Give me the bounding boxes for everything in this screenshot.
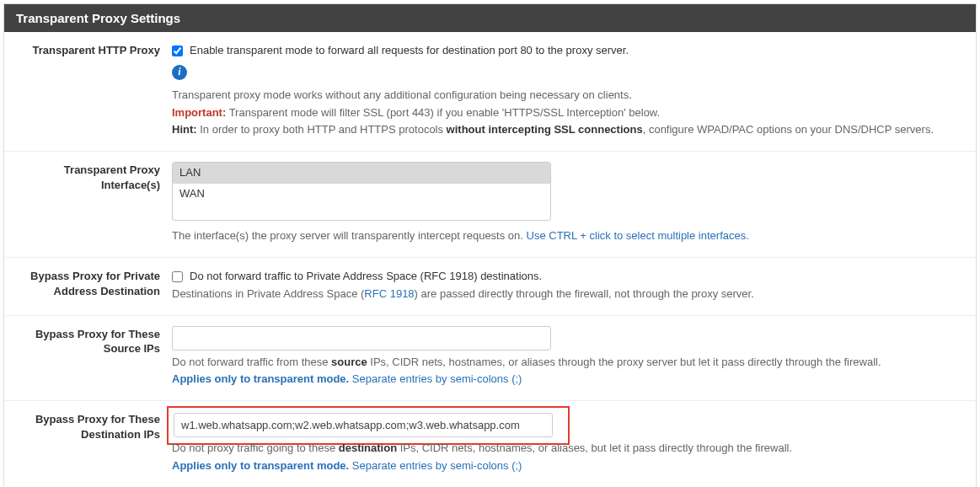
bd-d3: Separate entries by semi-colons (;) <box>349 459 522 472</box>
bypass-source-input[interactable] <box>172 326 551 351</box>
label-bypass-private: Bypass Proxy for Private Address Destina… <box>16 268 172 303</box>
rfc1918-link[interactable]: RFC 1918 <box>364 287 414 300</box>
bypass-dest-input[interactable] <box>174 413 553 437</box>
ctl-bypass-private: Do not forward traffic to Private Addres… <box>172 268 964 303</box>
bs-d2: IPs, CIDR nets, hostnames, or aliases th… <box>367 356 881 368</box>
enable-transparent-label: Enable transparent mode to forward all r… <box>190 42 629 60</box>
panel-title: Transparent Proxy Settings <box>4 4 976 32</box>
important-label: Important: <box>172 106 226 119</box>
ctl-bypass-dest: Do not proxy traffic going to these dest… <box>172 411 964 475</box>
row-interfaces: Transparent Proxy Interface(s) LAN WAN T… <box>4 152 976 258</box>
bs-bold: source <box>331 356 367 368</box>
important-text: Transparent mode will filter SSL (port 4… <box>226 106 660 119</box>
hint-bold: without intercepting SSL connections <box>447 123 643 136</box>
bypass-private-checkbox[interactable] <box>172 271 183 282</box>
row-bypass-source: Bypass Proxy for These Source IPs Do not… <box>4 316 976 402</box>
row-bypass-dest: Bypass Proxy for These Destination IPs D… <box>4 401 976 487</box>
hint-label: Hint: <box>172 123 197 136</box>
interface-option-lan[interactable]: LAN <box>173 163 550 184</box>
bypass-private-checkbox-line[interactable]: Do not forward traffic to Private Addres… <box>172 268 964 286</box>
bypass-private-d1: Destinations in Private Address Space ( <box>172 287 364 300</box>
ctl-bypass-source: Do not forward traffic from these source… <box>172 326 964 389</box>
http-proxy-desc1: Transparent proxy mode works without any… <box>172 87 964 104</box>
ctl-http-proxy: Enable transparent mode to forward all r… <box>172 42 964 139</box>
label-interfaces: Transparent Proxy Interface(s) <box>16 162 172 245</box>
bd-d2: IPs, CIDR nets, hostnames, or aliases, b… <box>397 442 792 454</box>
bypass-dest-applies: Applies only to transparent mode. Separa… <box>172 458 964 475</box>
bs-d3: Separate entries by semi-colons (;) <box>349 372 522 385</box>
hint-text1: In order to proxy both HTTP and HTTPS pr… <box>197 123 447 136</box>
interface-option-wan[interactable]: WAN <box>173 184 550 205</box>
bypass-source-applies: Applies only to transparent mode. Separa… <box>172 371 964 388</box>
bd-d1: Do not proxy traffic going to these <box>172 442 339 454</box>
interfaces-desc-link: Use CTRL + click to select multiple inte… <box>527 229 749 242</box>
http-proxy-important-line: Important: Transparent mode will filter … <box>172 104 964 122</box>
bypass-dest-desc: Do not proxy traffic going to these dest… <box>172 440 964 458</box>
bypass-private-d2: ) are passed directly through the firewa… <box>415 287 754 300</box>
bd-applies: Applies only to transparent mode. <box>172 459 349 472</box>
label-http-proxy: Transparent HTTP Proxy <box>16 42 172 139</box>
interfaces-select[interactable]: LAN WAN <box>172 162 551 221</box>
bypass-private-label: Do not forward traffic to Private Addres… <box>190 268 542 286</box>
bd-bold: destination <box>339 442 397 454</box>
enable-transparent-checkbox-line[interactable]: Enable transparent mode to forward all r… <box>172 42 964 60</box>
bypass-private-desc: Destinations in Private Address Space (R… <box>172 286 964 303</box>
http-proxy-hint-line: Hint: In order to proxy both HTTP and HT… <box>172 121 964 139</box>
interfaces-desc: The interface(s) the proxy server will t… <box>172 227 964 245</box>
label-bypass-dest: Bypass Proxy for These Destination IPs <box>16 411 172 475</box>
bs-d1: Do not forward traffic from these <box>172 356 331 368</box>
enable-transparent-checkbox[interactable] <box>172 45 183 56</box>
label-bypass-source: Bypass Proxy for These Source IPs <box>16 326 172 389</box>
transparent-proxy-panel: Transparent Proxy Settings Transparent H… <box>3 3 977 487</box>
info-icon[interactable]: i <box>172 65 187 80</box>
row-http-proxy: Transparent HTTP Proxy Enable transparen… <box>4 32 976 152</box>
bs-applies: Applies only to transparent mode. <box>172 372 349 385</box>
row-bypass-private: Bypass Proxy for Private Address Destina… <box>4 258 976 316</box>
interfaces-desc-text: The interface(s) the proxy server will t… <box>172 229 527 242</box>
bypass-source-desc: Do not forward traffic from these source… <box>172 354 964 372</box>
ctl-interfaces: LAN WAN The interface(s) the proxy serve… <box>172 162 964 245</box>
hint-text2: , configure WPAD/PAC options on your DNS… <box>643 123 934 136</box>
